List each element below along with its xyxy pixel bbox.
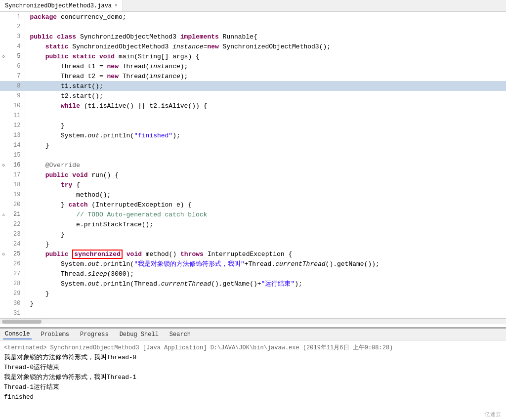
line-gutter: [0, 170, 7, 180]
console-output-line: Thread-1运行结束: [4, 382, 502, 392]
line-number: 11: [7, 111, 25, 121]
table-row: 13 System.out.println("finished");: [0, 130, 506, 140]
line-gutter: [0, 22, 7, 32]
line-content: }: [25, 239, 506, 249]
line-gutter: [0, 180, 7, 190]
line-number: 3: [7, 32, 25, 42]
table-row: 15: [0, 150, 506, 160]
line-number: 24: [7, 239, 25, 249]
tab-close-button[interactable]: ×: [115, 3, 118, 8]
line-number: 30: [7, 298, 25, 308]
line-gutter: [0, 150, 7, 160]
line-gutter: [0, 32, 7, 42]
line-gutter: [0, 219, 7, 229]
console-tab-debug-shell[interactable]: Debug Shell: [118, 330, 161, 339]
line-gutter: [0, 42, 7, 51]
tab-bar: SynchronizedObjectMethod3.java ×: [0, 0, 506, 12]
line-content: System.out.println("finished");: [25, 130, 506, 140]
line-number: 16: [7, 160, 25, 170]
table-row: 29 }: [0, 289, 506, 298]
line-content: [25, 308, 506, 318]
line-content: Thread.sleep(3000);: [25, 269, 506, 279]
console-tab-search[interactable]: Search: [168, 330, 193, 339]
line-number: 9: [7, 91, 25, 101]
line-gutter: [0, 81, 7, 91]
table-row: 3public class SynchronizedObjectMethod3 …: [0, 32, 506, 42]
line-content: Thread t2 = new Thread(instance);: [25, 71, 506, 81]
line-number: 13: [7, 130, 25, 140]
line-content: }: [25, 289, 506, 298]
line-gutter: [0, 269, 7, 279]
line-number: 17: [7, 170, 25, 180]
line-number: 21: [7, 210, 25, 219]
line-gutter: [0, 71, 7, 81]
line-number: 18: [7, 180, 25, 190]
console-tab-progress[interactable]: Progress: [78, 330, 111, 339]
line-content: public static void main(String[] args) {: [25, 51, 506, 61]
console-tab-bar: ConsoleProblemsProgressDebug ShellSearch: [0, 329, 506, 340]
line-gutter: [0, 101, 7, 111]
line-number: 29: [7, 289, 25, 298]
table-row: 31: [0, 308, 506, 318]
line-number: 27: [7, 269, 25, 279]
line-content: }: [25, 298, 506, 308]
table-row: 24 }: [0, 239, 506, 249]
line-gutter: [0, 12, 7, 22]
line-gutter: [0, 140, 7, 150]
line-gutter: ◇: [0, 51, 7, 61]
console-output-line: Thread-0运行结束: [4, 363, 502, 373]
watermark: 亿速云: [485, 411, 501, 418]
line-number: 1: [7, 12, 25, 22]
file-tab[interactable]: SynchronizedObjectMethod3.java ×: [0, 0, 123, 11]
line-number: 23: [7, 229, 25, 239]
console-output-line: finished: [4, 392, 502, 402]
table-row: ⚠21 // TODO Auto-generated catch block: [0, 210, 506, 219]
line-gutter: [0, 91, 7, 101]
line-gutter: ⚠: [0, 210, 7, 219]
line-gutter: [0, 111, 7, 121]
line-gutter: [0, 298, 7, 308]
line-content: System.out.println(Thread.currentThread(…: [25, 279, 506, 289]
line-content: [25, 150, 506, 160]
line-gutter: [0, 308, 7, 318]
line-content: public synchronized void method() throws…: [25, 249, 506, 259]
console-tab-problems[interactable]: Problems: [39, 330, 71, 339]
line-number: 8: [7, 81, 25, 91]
line-content: // TODO Auto-generated catch block: [25, 210, 506, 219]
line-content: }: [25, 140, 506, 150]
table-row: 11: [0, 111, 506, 121]
line-number: 7: [7, 71, 25, 81]
table-row: 27 Thread.sleep(3000);: [0, 269, 506, 279]
console-tab-console[interactable]: Console: [3, 330, 32, 339]
line-number: 28: [7, 279, 25, 289]
line-content: t2.start();: [25, 91, 506, 101]
line-number: 22: [7, 219, 25, 229]
line-content: }: [25, 121, 506, 130]
table-row: 23 }: [0, 229, 506, 239]
line-content: while (t1.isAlive() || t2.isAlive()) {: [25, 101, 506, 111]
console-output-line: 我是对象锁的方法修饰符形式，我叫Thread-0: [4, 353, 502, 363]
line-number: 12: [7, 121, 25, 130]
line-content: static SynchronizedObjectMethod3 instanc…: [25, 42, 506, 51]
line-gutter: [0, 229, 7, 239]
scrollbar-thumb[interactable]: [2, 320, 42, 324]
line-gutter: [0, 239, 7, 249]
table-row: 4 static SynchronizedObjectMethod3 insta…: [0, 42, 506, 51]
line-content: try {: [25, 180, 506, 190]
line-content: Thread t1 = new Thread(instance);: [25, 61, 506, 71]
line-gutter: [0, 61, 7, 71]
line-gutter: [0, 190, 7, 200]
line-number: 25: [7, 249, 25, 259]
line-gutter: [0, 130, 7, 140]
table-row: 10 while (t1.isAlive() || t2.isAlive()) …: [0, 101, 506, 111]
console-panel: ConsoleProblemsProgressDebug ShellSearch…: [0, 328, 506, 420]
table-row: 19 method();: [0, 190, 506, 200]
line-content: [25, 111, 506, 121]
line-number: 4: [7, 42, 25, 51]
horizontal-scrollbar[interactable]: [0, 318, 506, 324]
line-number: 5: [7, 51, 25, 61]
line-content: e.printStackTrace();: [25, 219, 506, 229]
table-row: 26 System.out.println("我是对象锁的方法修饰符形式，我叫"…: [0, 259, 506, 269]
line-content: } catch (InterruptedException e) {: [25, 200, 506, 210]
line-number: 2: [7, 22, 25, 32]
